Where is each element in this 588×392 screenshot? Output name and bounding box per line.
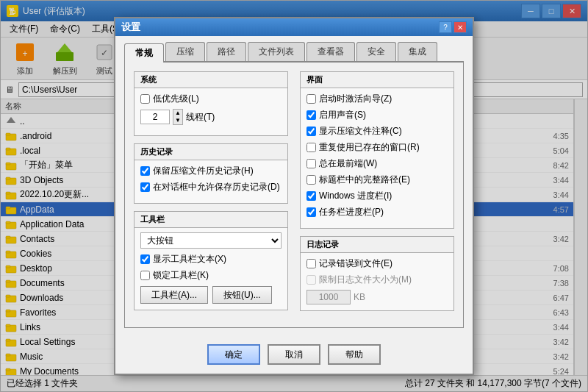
threads-label: 线程(T) [186,111,215,124]
toolbar-showtext-label: 显示工具栏文本(X) [153,253,226,266]
right-panel: 界面 启动时激活向导(Z) 启用声音(S) 显示压缩 [300,71,454,318]
left-panel: 系统 低优先级(L) ▲ ▼ 线程(T [134,71,288,318]
history-dialog-label: 在对话框中允许保存历史记录(D) [153,181,280,193]
tab-filelist[interactable]: 文件列表 [248,42,305,61]
log-limit-checkbox[interactable] [306,275,316,285]
iface-winprogress-label: Windows 进度栏(I) [319,190,392,202]
iface-wizard-checkbox[interactable] [306,94,316,104]
low-priority-checkbox[interactable] [140,94,150,104]
dialog-title-bar: 设置 ? ✕ [115,18,473,36]
toolbar-lock-label: 锁定工具栏(K) [153,269,209,282]
log-size-input [306,290,351,304]
interface-section-title: 界面 [301,72,453,88]
dialog-help-button[interactable]: ? [439,21,452,33]
iface-topmost-checkbox[interactable] [306,159,316,168]
log-kb-label: KB [354,292,365,302]
system-section: 系统 低优先级(L) ▲ ▼ 线程(T [134,71,288,136]
iface-fullpath-checkbox[interactable] [306,175,316,185]
settings-dialog: 设置 ? ✕ 常规 压缩 路径 文件列表 查看器 安全 集成 [114,17,474,375]
toolbar-keys-button[interactable]: 按钮(U)... [212,286,272,304]
tab-general[interactable]: 常规 [124,43,164,63]
threads-input[interactable] [140,110,170,124]
toolbar-showtext-row: 显示工具栏文本(X) [140,253,282,266]
tab-path[interactable]: 路径 [207,42,246,61]
threads-down-button[interactable]: ▼ [173,117,182,124]
threads-spinner[interactable]: ▲ ▼ [173,109,183,125]
threads-row: ▲ ▼ 线程(T) [140,109,282,125]
toolbar-config-button[interactable]: 工具栏(A)... [140,286,208,304]
toolbar-section: 工具栏 大按钮 小按钮 无 显示工具栏文本(X) [134,211,288,310]
toolbar-lock-checkbox[interactable] [140,271,150,280]
cancel-button[interactable]: 取消 [268,344,320,365]
dialog-title: 设置 [121,21,140,34]
toolbar-style-select[interactable]: 大按钮 小按钮 无 [140,232,282,249]
iface-winprogress-checkbox[interactable] [306,191,316,201]
history-keep-checkbox[interactable] [140,166,150,176]
iface-fullpath-label: 标题栏中的完整路径(E) [319,174,410,186]
iface-reuse-checkbox[interactable] [306,143,316,152]
iface-comment-label: 显示压缩文件注释(C) [319,125,402,138]
toolbar-style-row: 大按钮 小按钮 无 [140,232,282,249]
dialog-footer: 确定 取消 帮助 [115,337,473,374]
log-limit-label: 限制日志文件大小为(M) [319,274,412,286]
iface-topmost-label: 总在最前端(W) [319,157,377,170]
help-button[interactable]: 帮助 [328,344,381,365]
tab-viewer[interactable]: 查看器 [306,42,355,61]
threads-up-button[interactable]: ▲ [173,110,182,117]
iface-wizard-label: 启动时激活向导(Z) [319,93,392,105]
iface-comment-checkbox[interactable] [306,126,316,136]
ok-button[interactable]: 确定 [207,344,260,365]
iface-reuse-label: 重复使用已存在的窗口(R) [319,141,420,154]
modal-overlay: 设置 ? ✕ 常规 压缩 路径 文件列表 查看器 安全 集成 [1,1,587,391]
toolbar-action-buttons: 工具栏(A)... 按钮(U)... [140,286,282,304]
toolbar-section-title: 工具栏 [135,212,287,228]
history-dialog-checkbox[interactable] [140,182,150,192]
tab-integration[interactable]: 集成 [398,42,437,61]
dialog-close-button[interactable]: ✕ [453,21,467,33]
iface-taskbar-label: 任务栏进度栏(P) [319,206,384,218]
history-keep-row: 保留压缩文件历史记录(H) [140,165,282,177]
log-tofile-label: 记录错误到文件(E) [319,257,392,270]
low-priority-row: 低优先级(L) [140,93,282,105]
log-section-title: 日志记录 [301,237,453,253]
interface-section: 界面 启动时激活向导(Z) 启用声音(S) 显示压缩 [300,71,454,229]
log-tofile-checkbox[interactable] [306,259,316,268]
iface-sound-checkbox[interactable] [306,110,316,120]
tab-security[interactable]: 安全 [356,42,396,61]
log-size-row: KB [306,290,448,304]
tab-row: 常规 压缩 路径 文件列表 查看器 安全 集成 [124,42,464,63]
history-section: 历史记录 保留压缩文件历史记录(H) 在对话框中允许保存历史记录(D) [134,143,288,204]
main-window: 🗜 User (评估版本) ─ □ ✕ 文件(F) 命令(C) 工具(S) 收藏… [0,0,588,392]
dialog-body: 常规 压缩 路径 文件列表 查看器 安全 集成 系统 [115,36,473,337]
toolbar-lock-row: 锁定工具栏(K) [140,269,282,282]
dialog-controls: ? ✕ [439,21,467,33]
history-section-title: 历史记录 [135,144,287,160]
tab-compress[interactable]: 压缩 [165,42,205,61]
iface-taskbar-checkbox[interactable] [306,207,316,217]
history-dialog-row: 在对话框中允许保存历史记录(D) [140,181,282,193]
toolbar-showtext-checkbox[interactable] [140,254,150,264]
tab-content: 系统 低优先级(L) ▲ ▼ 线程(T [124,63,464,328]
history-keep-label: 保留压缩文件历史记录(H) [153,165,254,177]
low-priority-label: 低优先级(L) [153,93,199,105]
iface-sound-label: 启用声音(S) [319,109,366,121]
system-section-title: 系统 [135,72,287,88]
log-section: 日志记录 记录错误到文件(E) 限制日志文件大小为(M) [300,236,454,311]
